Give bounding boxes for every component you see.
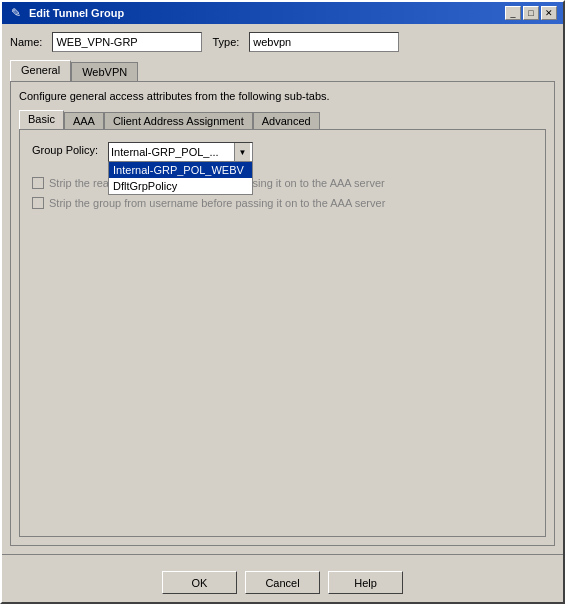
checkbox-strip-group[interactable] [32, 197, 44, 209]
dropdown-list: Internal-GRP_POL_WEBV DfltGrpPolicy [108, 162, 253, 195]
dropdown-arrow-icon: ▼ [234, 143, 250, 161]
sub-tab-aaa[interactable]: AAA [64, 112, 104, 129]
basic-sub-panel: Group Policy: Internal-GRP_POL_... ▼ Int… [19, 129, 546, 537]
ok-button[interactable]: OK [162, 571, 237, 594]
bottom-separator [2, 554, 563, 555]
group-policy-label: Group Policy: [32, 142, 98, 156]
general-panel: Configure general access attributes from… [10, 81, 555, 546]
help-button[interactable]: Help [328, 571, 403, 594]
type-input[interactable] [249, 32, 399, 52]
main-tabs: General WebVPN [10, 60, 555, 81]
type-label: Type: [212, 36, 239, 48]
checkbox-strip-realm[interactable] [32, 177, 44, 189]
dropdown-item-dflt[interactable]: DfltGrpPolicy [109, 178, 252, 194]
cancel-button[interactable]: Cancel [245, 571, 320, 594]
group-policy-dropdown[interactable]: Internal-GRP_POL_... ▼ Internal-GRP_POL_… [108, 142, 253, 162]
window-content: Name: Type: General WebVPN Configure gen… [2, 24, 563, 554]
sub-tab-advanced[interactable]: Advanced [253, 112, 320, 129]
name-label: Name: [10, 36, 42, 48]
sub-tab-basic[interactable]: Basic [19, 110, 64, 129]
sub-tabs: Basic AAA Client Address Assignment Adva… [19, 110, 546, 129]
window-icon: ✎ [8, 5, 24, 21]
checkbox-row-2: Strip the group from username before pas… [32, 197, 533, 209]
minimize-button[interactable]: _ [505, 6, 521, 20]
group-policy-row: Group Policy: Internal-GRP_POL_... ▼ Int… [32, 142, 533, 162]
edit-tunnel-group-window: ✎ Edit Tunnel Group _ □ ✕ Name: Type: Ge… [0, 0, 565, 604]
dropdown-selected[interactable]: Internal-GRP_POL_... ▼ [108, 142, 253, 162]
sub-tab-client-address[interactable]: Client Address Assignment [104, 112, 253, 129]
window-title: Edit Tunnel Group [29, 7, 124, 19]
maximize-button[interactable]: □ [523, 6, 539, 20]
bottom-buttons: OK Cancel Help [2, 563, 563, 602]
title-bar: ✎ Edit Tunnel Group _ □ ✕ [2, 2, 563, 24]
name-type-row: Name: Type: [10, 32, 555, 52]
close-button[interactable]: ✕ [541, 6, 557, 20]
dropdown-item-internal[interactable]: Internal-GRP_POL_WEBV [109, 162, 252, 178]
checkbox-strip-group-label: Strip the group from username before pas… [49, 197, 385, 209]
dropdown-selected-text: Internal-GRP_POL_... [111, 146, 234, 158]
title-controls: _ □ ✕ [505, 6, 557, 20]
panel-description: Configure general access attributes from… [19, 90, 546, 102]
name-input[interactable] [52, 32, 202, 52]
tab-webvpn[interactable]: WebVPN [71, 62, 138, 81]
tab-general[interactable]: General [10, 60, 71, 81]
